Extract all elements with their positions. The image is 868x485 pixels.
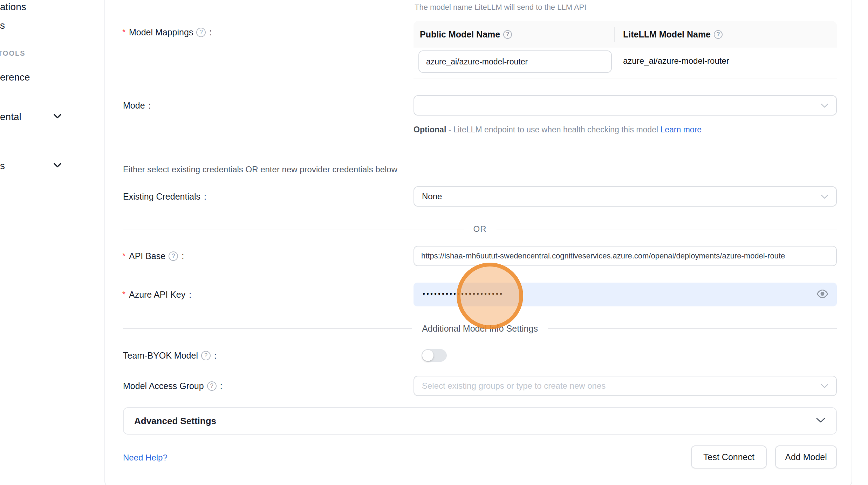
model-name-helper-text: The model name LiteLLM will send to the … bbox=[415, 3, 586, 12]
sidebar-item-truncated-1[interactable]: ations bbox=[0, 1, 26, 13]
chevron-down-icon bbox=[821, 381, 828, 391]
chevron-down-icon bbox=[816, 417, 826, 424]
required-asterisk: * bbox=[122, 290, 125, 299]
existing-credentials-select[interactable]: None bbox=[414, 186, 837, 207]
public-model-name-help-icon[interactable]: ? bbox=[503, 30, 512, 39]
team-byok-label: Team-BYOK Model ? : bbox=[123, 349, 217, 361]
chevron-down-icon[interactable] bbox=[53, 162, 62, 169]
azure-api-key-input[interactable]: ••••••••••••••••••••• bbox=[414, 283, 837, 306]
need-help-link[interactable]: Need Help? bbox=[123, 453, 168, 463]
additional-settings-divider: Additional Model Info Settings bbox=[123, 323, 837, 334]
model-access-group-select[interactable]: Select existing groups or type to create… bbox=[414, 376, 837, 396]
required-asterisk: * bbox=[122, 251, 125, 261]
test-connect-button[interactable]: Test Connect bbox=[691, 445, 767, 469]
public-model-name-header: Public Model Name ? bbox=[414, 29, 614, 40]
api-base-input[interactable] bbox=[414, 246, 837, 266]
public-model-name-input[interactable] bbox=[418, 50, 612, 73]
api-base-help-icon[interactable]: ? bbox=[169, 251, 178, 261]
team-byok-toggle[interactable] bbox=[422, 349, 447, 362]
chevron-down-icon bbox=[821, 192, 828, 201]
litellm-model-name-help-icon[interactable]: ? bbox=[714, 30, 723, 39]
mode-helper-text: Optional - LiteLLM endpoint to use when … bbox=[414, 123, 708, 137]
litellm-model-name-header: LiteLLM Model Name ? bbox=[614, 29, 837, 40]
mode-select[interactable] bbox=[414, 95, 837, 116]
sidebar-item-truncated-4[interactable]: ental bbox=[0, 111, 21, 123]
sidebar-item-truncated-5[interactable]: s bbox=[0, 160, 5, 172]
azure-api-key-label: * Azure API Key : bbox=[122, 289, 191, 300]
model-mappings-label: * Model Mappings ? : bbox=[122, 26, 212, 38]
chevron-down-icon bbox=[821, 101, 828, 110]
existing-credentials-value: None bbox=[422, 192, 442, 201]
credentials-note: Either select existing credentials OR en… bbox=[123, 165, 397, 174]
eye-icon[interactable] bbox=[816, 290, 828, 299]
model-access-group-label: Model Access Group ? : bbox=[123, 380, 223, 392]
or-divider: OR bbox=[123, 223, 837, 235]
masked-password-dots: ••••••••••••••••••••• bbox=[423, 290, 504, 298]
model-access-group-help-icon[interactable]: ? bbox=[207, 381, 217, 391]
sidebar-item-truncated-3[interactable]: erence bbox=[0, 72, 30, 83]
chevron-down-icon[interactable] bbox=[53, 113, 62, 120]
table-row: azure_ai/azure-model-router bbox=[414, 48, 837, 78]
model-access-group-placeholder: Select existing groups or type to create… bbox=[422, 381, 606, 391]
model-mappings-table: Public Model Name ? LiteLLM Model Name ?… bbox=[414, 21, 837, 78]
mode-label: Mode : bbox=[123, 99, 151, 111]
sidebar-item-truncated-2[interactable]: s bbox=[0, 20, 5, 31]
model-mappings-help-icon[interactable]: ? bbox=[196, 28, 206, 37]
add-model-button[interactable]: Add Model bbox=[775, 445, 837, 469]
litellm-model-name-value: azure_ai/azure-model-router bbox=[623, 56, 729, 66]
model-mappings-table-header: Public Model Name ? LiteLLM Model Name ? bbox=[414, 21, 837, 48]
model-mappings-label-text: Model Mappings bbox=[129, 27, 193, 37]
sidebar-section-tools: TOOLS bbox=[0, 49, 26, 57]
team-byok-help-icon[interactable]: ? bbox=[201, 351, 211, 360]
advanced-settings-title: Advanced Settings bbox=[134, 416, 216, 427]
existing-credentials-label: Existing Credentials : bbox=[123, 190, 206, 202]
toggle-knob bbox=[422, 350, 433, 361]
learn-more-link[interactable]: Learn more bbox=[660, 125, 702, 134]
api-base-label: * API Base ? : bbox=[122, 250, 184, 262]
advanced-settings-panel[interactable]: Advanced Settings bbox=[123, 407, 837, 435]
header-divider bbox=[614, 27, 615, 42]
add-model-page: ations s TOOLS erence ental s The model … bbox=[0, 0, 868, 485]
required-asterisk: * bbox=[122, 28, 125, 37]
